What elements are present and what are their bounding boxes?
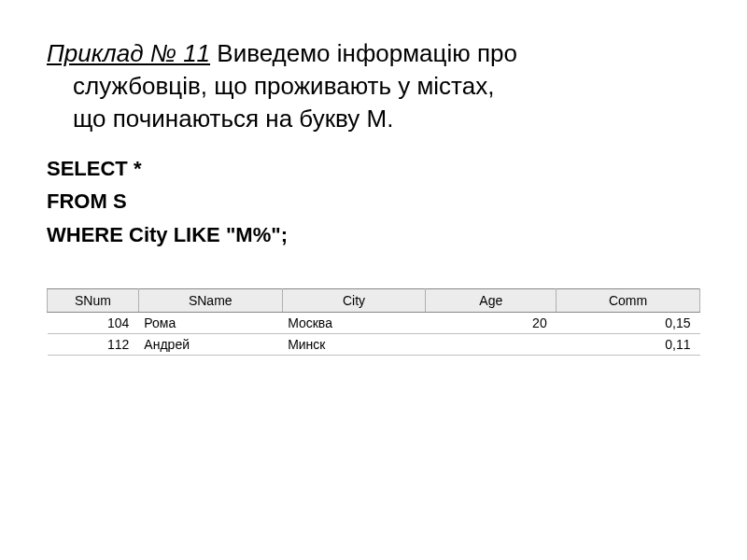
cell-city: Москва [282,312,426,333]
example-description: Приклад № 11 Виведемо інформацію про слу… [47,37,700,135]
col-header-sname: SName [138,288,282,312]
cell-comm: 0,11 [557,333,700,355]
description-text-2: службовців, що проживають у містах, [47,70,700,103]
cell-sname: Андрей [138,333,282,355]
description-text-1: Виведемо інформацію про [210,39,517,67]
description-text-3: що починаються на букву М. [47,103,700,135]
table-row: 112 Андрей Минск 0,11 [48,333,700,355]
table-row: 104 Рома Москва 20 0,15 [48,312,700,333]
table-header-row: SNum SName City Age Comm [48,288,700,312]
cell-sname: Рома [138,312,282,333]
col-header-snum: SNum [48,288,139,312]
sql-line-3: WHERE City LIKE "М%"; [47,218,700,251]
example-label: Приклад № 11 [47,39,210,67]
col-header-age: Age [426,288,557,312]
cell-comm: 0,15 [557,312,700,333]
cell-snum: 112 [48,333,139,355]
result-table-wrap: SNum SName City Age Comm 104 Рома Москва… [47,288,700,356]
col-header-comm: Comm [557,288,700,312]
col-header-city: City [282,288,426,312]
sql-line-2: FROM S [47,185,700,217]
cell-snum: 104 [48,312,139,333]
result-table: SNum SName City Age Comm 104 Рома Москва… [47,288,700,356]
sql-line-1: SELECT * [47,152,700,185]
cell-city: Минск [282,333,426,355]
cell-age [426,333,557,355]
sql-block: SELECT * FROM S WHERE City LIKE "М%"; [47,152,700,251]
cell-age: 20 [426,312,557,333]
